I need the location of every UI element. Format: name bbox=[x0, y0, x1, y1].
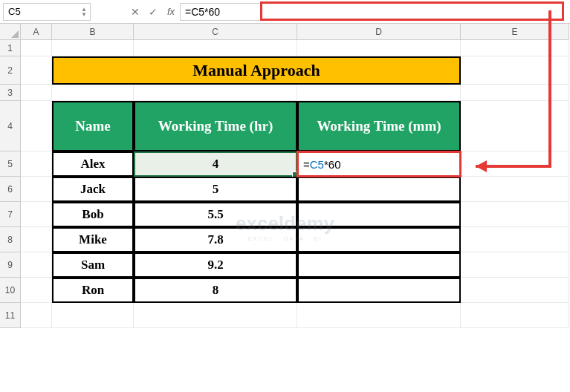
cell[interactable] bbox=[297, 85, 461, 101]
formula-text: =C5*60 bbox=[185, 6, 220, 18]
cell[interactable] bbox=[21, 202, 52, 227]
cell[interactable] bbox=[21, 227, 52, 252]
cell[interactable] bbox=[461, 278, 569, 303]
cancel-icon[interactable]: ✕ bbox=[126, 6, 144, 18]
cell-mm[interactable] bbox=[297, 177, 461, 202]
header-wt-hr[interactable]: Working Time (hr) bbox=[134, 101, 297, 151]
cell[interactable] bbox=[461, 85, 569, 101]
cell[interactable] bbox=[461, 101, 569, 151]
cell[interactable] bbox=[21, 303, 52, 328]
cell[interactable] bbox=[21, 85, 52, 101]
name-box[interactable]: C5 ▲▼ bbox=[3, 3, 91, 21]
cell-name[interactable]: Jack bbox=[52, 177, 134, 202]
dropdown-icon[interactable]: ▲▼ bbox=[81, 7, 87, 17]
title-cell[interactable]: Manual Approach bbox=[52, 56, 461, 85]
cell[interactable] bbox=[52, 85, 134, 101]
cell-hr[interactable]: 8 bbox=[134, 278, 297, 303]
formula-bar: C5 ▲▼ ✕ ✓ fx =C5*60 bbox=[0, 0, 570, 24]
name-box-value: C5 bbox=[8, 6, 21, 17]
formula-input[interactable]: =C5*60 bbox=[180, 3, 564, 21]
cell-C5-selected[interactable]: 4 bbox=[134, 151, 297, 177]
col-header-B[interactable]: B bbox=[52, 24, 134, 40]
cell-name[interactable]: Bob bbox=[52, 202, 134, 227]
cell[interactable] bbox=[134, 85, 297, 101]
formula-prefix: = bbox=[303, 158, 310, 171]
cell[interactable] bbox=[21, 101, 52, 151]
row-header-7[interactable]: 7 bbox=[0, 202, 21, 227]
cell[interactable] bbox=[21, 151, 52, 177]
row-header-6[interactable]: 6 bbox=[0, 177, 21, 202]
formula-rest: *60 bbox=[324, 158, 341, 171]
enter-icon[interactable]: ✓ bbox=[144, 6, 162, 18]
cell[interactable] bbox=[21, 278, 52, 303]
row-header-2[interactable]: 2 bbox=[0, 56, 21, 85]
row-header-4[interactable]: 4 bbox=[0, 101, 21, 151]
cell[interactable] bbox=[461, 227, 569, 252]
cell[interactable] bbox=[21, 40, 52, 56]
cell[interactable] bbox=[297, 40, 461, 56]
col-header-A[interactable]: A bbox=[21, 24, 52, 40]
cell[interactable] bbox=[21, 177, 52, 202]
row-header-8[interactable]: 8 bbox=[0, 227, 21, 252]
col-header-D[interactable]: D bbox=[297, 24, 461, 40]
cell[interactable] bbox=[461, 40, 569, 56]
col-header-E[interactable]: E bbox=[461, 24, 569, 40]
row-header-1[interactable]: 1 bbox=[0, 40, 21, 56]
column-headers-row: A B C D E bbox=[0, 24, 570, 40]
header-name[interactable]: Name bbox=[52, 101, 134, 151]
row-header-3[interactable]: 3 bbox=[0, 85, 21, 101]
header-wt-mm[interactable]: Working Time (mm) bbox=[297, 101, 461, 151]
cell[interactable] bbox=[21, 56, 52, 85]
cell-mm[interactable] bbox=[297, 278, 461, 303]
cell-name[interactable]: Alex bbox=[52, 151, 134, 177]
col-header-C[interactable]: C bbox=[134, 24, 297, 40]
fx-icon[interactable]: fx bbox=[162, 6, 180, 17]
cell[interactable] bbox=[52, 40, 134, 56]
cell-D5-editing[interactable]: =C5*60 bbox=[297, 151, 461, 177]
cell-name[interactable]: Sam bbox=[52, 252, 134, 278]
row-header-9[interactable]: 9 bbox=[0, 252, 21, 278]
cell[interactable] bbox=[461, 151, 569, 177]
cell[interactable] bbox=[21, 252, 52, 278]
cell[interactable] bbox=[461, 252, 569, 278]
cell-name[interactable]: Ron bbox=[52, 278, 134, 303]
cell-hr[interactable]: 7.8 bbox=[134, 227, 297, 252]
row-header-5[interactable]: 5 bbox=[0, 151, 21, 177]
cell-hr[interactable]: 9.2 bbox=[134, 252, 297, 278]
cell[interactable] bbox=[461, 56, 569, 85]
cell[interactable] bbox=[134, 40, 297, 56]
select-all-button[interactable] bbox=[0, 24, 21, 40]
cell[interactable] bbox=[461, 202, 569, 227]
formula-ref: C5 bbox=[310, 158, 324, 171]
cell-mm[interactable] bbox=[297, 227, 461, 252]
cell-name[interactable]: Mike bbox=[52, 227, 134, 252]
sheet-area: A B C D E 1 2 Manual Approach 3 4 Name W… bbox=[0, 24, 570, 328]
cell[interactable] bbox=[461, 177, 569, 202]
cell-mm[interactable] bbox=[297, 202, 461, 227]
cell-mm[interactable] bbox=[297, 252, 461, 278]
row-header-10[interactable]: 10 bbox=[0, 278, 21, 303]
row-header-11[interactable]: 11 bbox=[0, 303, 21, 328]
cell-hr[interactable]: 5.5 bbox=[134, 202, 297, 227]
cell[interactable] bbox=[297, 303, 461, 328]
cell-hr[interactable]: 5 bbox=[134, 177, 297, 202]
cell[interactable] bbox=[52, 303, 134, 328]
cell[interactable] bbox=[134, 303, 297, 328]
cell[interactable] bbox=[461, 303, 569, 328]
